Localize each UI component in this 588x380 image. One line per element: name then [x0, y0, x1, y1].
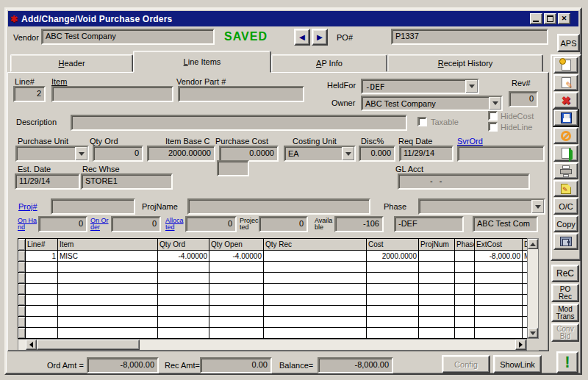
tab-receipt-history[interactable]: Receipt History: [387, 54, 543, 72]
tab-header[interactable]: Header: [10, 54, 133, 72]
dropdown-arrow-icon[interactable]: [75, 147, 87, 160]
scroll-thumb[interactable]: [37, 340, 140, 350]
est-date-field[interactable]: 11/29/14: [15, 173, 80, 190]
po-rec-button[interactable]: PO Rec: [551, 284, 579, 302]
title-bar[interactable]: ✱ Add/Change/Void Purchase Orders ✕: [8, 11, 578, 26]
allocated-field[interactable]: 0: [185, 216, 237, 232]
exclamation-icon: !: [564, 354, 570, 370]
save-button[interactable]: [553, 110, 578, 126]
table-horizontal-scrollbar[interactable]: [18, 339, 527, 351]
print-button[interactable]: [553, 162, 578, 179]
req-date-field[interactable]: 11/29/14: [399, 146, 453, 162]
aps-button[interactable]: APS: [557, 34, 580, 52]
heldfor-dropdown[interactable]: -DEF: [361, 79, 479, 94]
heldfor-display-field[interactable]: -DEF: [394, 216, 464, 232]
allocated-link[interactable]: Allocated: [165, 218, 184, 231]
purchase-unit-dropdown[interactable]: [15, 146, 89, 162]
table-empty-row[interactable]: [18, 328, 528, 339]
table-empty-row[interactable]: [18, 273, 528, 284]
config-button[interactable]: Config: [442, 355, 490, 373]
table-empty-row[interactable]: [18, 262, 528, 273]
table-empty-row[interactable]: [18, 317, 528, 328]
svrord-link[interactable]: SvrOrd: [457, 137, 483, 146]
description-field[interactable]: [71, 115, 407, 131]
vault-button[interactable]: [553, 233, 578, 250]
costing-unit-dropdown[interactable]: EA: [284, 146, 356, 162]
vendor-field[interactable]: ABC Test Company: [41, 29, 215, 45]
rec-whse-field[interactable]: STORE1: [81, 173, 173, 190]
available-field[interactable]: -106: [334, 216, 384, 232]
tab-line-items[interactable]: Line Items: [133, 51, 271, 73]
projected-field[interactable]: 0: [259, 216, 308, 232]
gl-acct-field[interactable]: - -: [398, 173, 530, 190]
scroll-down-button[interactable]: [528, 328, 538, 338]
new-document-button[interactable]: [553, 57, 578, 74]
delete-button[interactable]: ✖: [553, 92, 578, 109]
row-selector[interactable]: [18, 251, 26, 262]
scroll-up-icon: [530, 243, 536, 246]
prev-record-button[interactable]: ◄: [294, 29, 310, 46]
item-label[interactable]: Item: [51, 77, 67, 86]
owner-dropdown[interactable]: ABC Test Company: [361, 96, 503, 111]
owner-display-field[interactable]: ABC Test Com: [473, 216, 538, 232]
taxable-checkbox[interactable]: [417, 117, 427, 126]
line-number-field[interactable]: 2: [13, 86, 46, 102]
tab-ap-info[interactable]: AP Info: [271, 54, 387, 72]
dropdown-arrow-icon[interactable]: [342, 147, 354, 160]
exit-form-button[interactable]: [553, 145, 578, 162]
scroll-right-button[interactable]: [515, 340, 526, 350]
on-hand-field[interactable]: 0: [38, 216, 87, 232]
table-empty-row[interactable]: [18, 295, 528, 306]
phase-dropdown[interactable]: [418, 198, 545, 215]
exclamation-button[interactable]: !: [556, 351, 578, 373]
close-button[interactable]: ✕: [558, 13, 570, 24]
po-number-field[interactable]: P1337: [391, 29, 548, 45]
maximize-button[interactable]: [544, 13, 556, 24]
item-base-cost-field[interactable]: 2000.00000: [147, 146, 215, 162]
scroll-up-button[interactable]: [528, 239, 538, 249]
vendor-part-field[interactable]: [178, 86, 304, 102]
table-vertical-scrollbar[interactable]: [527, 238, 539, 339]
minimize-button[interactable]: [530, 13, 542, 24]
rev-field[interactable]: 0: [509, 91, 538, 107]
qty-ord-field[interactable]: 0: [93, 146, 143, 162]
table-empty-row[interactable]: [18, 306, 528, 317]
rec-button[interactable]: ReC: [551, 265, 579, 282]
window-title: Add/Change/Void Purchase Orders: [21, 14, 172, 24]
showlink-button[interactable]: ShowLink: [493, 355, 542, 373]
purchase-cost-field[interactable]: 0.0000: [219, 146, 279, 162]
proj-number-field[interactable]: [51, 198, 135, 215]
mod-trans-button[interactable]: Mod Trans: [551, 304, 579, 322]
proj-number-link[interactable]: Proj#: [18, 202, 37, 211]
svrord-field[interactable]: [457, 146, 545, 162]
hideline-checkbox[interactable]: [488, 122, 498, 132]
on-hand-link[interactable]: On Hand: [18, 218, 37, 231]
oc-button[interactable]: O/C: [553, 198, 578, 215]
copy-button[interactable]: Copy: [553, 215, 578, 232]
disc-field[interactable]: 0.000: [359, 146, 395, 162]
hidecost-checkbox[interactable]: [488, 111, 498, 121]
table-row[interactable]: 1 MISC -4.00000 -4.00000 2000.0000 -8,00…: [18, 251, 528, 262]
scroll-left-button[interactable]: [26, 340, 37, 350]
minimize-icon: [533, 21, 539, 22]
toolbar-panel: ✎ ✖ ✎ O/C Copy: [551, 54, 581, 261]
dropdown-arrow-icon[interactable]: [489, 97, 501, 110]
item-field[interactable]: [51, 86, 173, 102]
edit-button[interactable]: ✎: [553, 74, 578, 91]
conv-bid-button[interactable]: Conv Bid: [551, 323, 579, 342]
on-order-link[interactable]: On Order: [90, 218, 111, 231]
small-blank-field[interactable]: [217, 160, 249, 176]
document-coin-icon: [562, 60, 571, 71]
notes-button[interactable]: ✎: [553, 180, 578, 197]
table-empty-row[interactable]: [18, 284, 528, 295]
proj-name-field[interactable]: [187, 198, 370, 215]
on-order-field[interactable]: 0: [111, 216, 161, 232]
dropdown-arrow-icon[interactable]: [531, 200, 544, 213]
app-icon: ✱: [10, 14, 18, 24]
delete-x-icon: ✖: [562, 94, 571, 107]
col-cost: Cost: [367, 239, 419, 251]
balance-label: Balance=: [279, 361, 313, 370]
dropdown-arrow-icon[interactable]: [465, 80, 478, 93]
next-record-button[interactable]: ►: [312, 29, 328, 46]
cancel-button[interactable]: [553, 127, 578, 144]
